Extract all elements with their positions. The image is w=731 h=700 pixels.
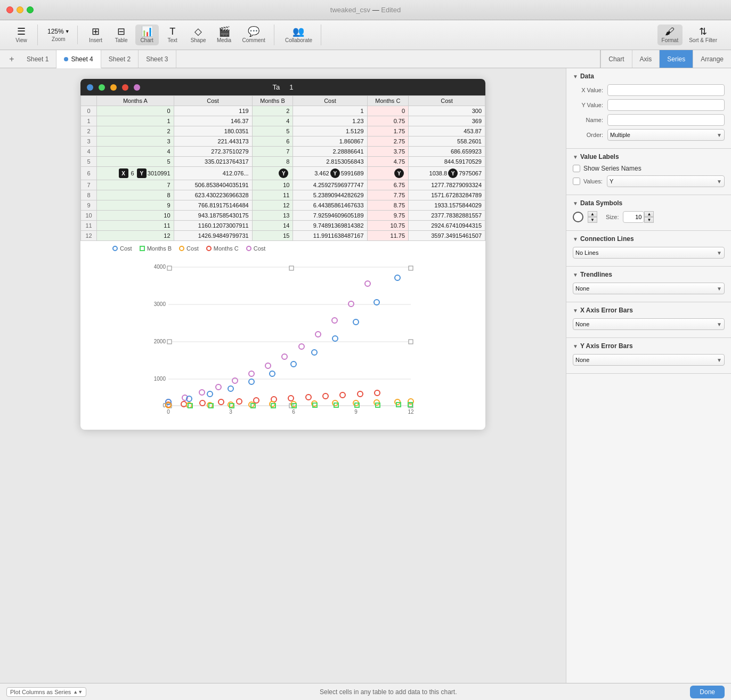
- table-cell[interactable]: 3: [97, 136, 174, 147]
- table-cell[interactable]: 11.9911638487167: [293, 231, 367, 241]
- table-cell[interactable]: 11: [97, 221, 174, 231]
- table-cell[interactable]: 12: [97, 231, 174, 241]
- table-cell[interactable]: 6: [252, 136, 293, 147]
- table-cell[interactable]: 7.92594609605189: [293, 211, 367, 221]
- table-cell[interactable]: 15: [252, 231, 293, 241]
- table-cell[interactable]: 3.462Y5991689: [293, 167, 367, 180]
- table-cell[interactable]: 4: [252, 116, 293, 126]
- table-cell[interactable]: 558.2601: [409, 136, 485, 147]
- table-cell[interactable]: 1: [293, 106, 367, 116]
- table-cell[interactable]: 4.25927596977747: [293, 180, 367, 190]
- table-cell[interactable]: 0: [97, 106, 174, 116]
- trendlines-header[interactable]: ▼ Trendlines: [573, 271, 725, 278]
- table-cell[interactable]: 6.75: [367, 180, 409, 190]
- table-cell[interactable]: 0: [367, 106, 409, 116]
- table-cell[interactable]: 11.75: [367, 231, 409, 241]
- done-button[interactable]: Done: [690, 686, 725, 698]
- shape-down-button[interactable]: ▼: [588, 217, 597, 223]
- show-series-names-checkbox[interactable]: [573, 165, 580, 172]
- tab-sheet2[interactable]: Sheet 2: [101, 50, 139, 68]
- table-cell[interactable]: 1.75: [367, 126, 409, 136]
- tab-sheet1[interactable]: Sheet 1: [19, 50, 56, 68]
- name-input[interactable]: [607, 114, 725, 126]
- y-error-bars-select[interactable]: None ▼: [573, 354, 725, 366]
- table-cell[interactable]: 1933.1575844029: [409, 200, 485, 211]
- shape-up-button[interactable]: ▲: [588, 211, 597, 217]
- table-cell[interactable]: 8: [97, 190, 174, 200]
- table-cell[interactable]: 10: [97, 211, 174, 221]
- view-button[interactable]: ☰ View: [10, 25, 33, 45]
- sort-filter-button[interactable]: ⇅ Sort & Filter: [685, 25, 721, 45]
- plot-columns-select[interactable]: Plot Columns as Series ▲▼: [6, 687, 86, 697]
- values-select[interactable]: Y ▼: [607, 175, 725, 187]
- data-symbols-header[interactable]: ▼ Data Symbols: [573, 199, 725, 207]
- table-cell[interactable]: 2.28886641: [293, 147, 367, 157]
- table-cell[interactable]: 1571.67283284789: [409, 190, 485, 200]
- y-value-input[interactable]: [607, 99, 725, 111]
- table-cell[interactable]: 1: [97, 116, 174, 126]
- add-sheet-button[interactable]: +: [4, 50, 19, 68]
- insert-button[interactable]: ⊞ Insert: [84, 25, 108, 45]
- table-cell[interactable]: 1.23: [293, 116, 367, 126]
- table-cell[interactable]: 369: [409, 116, 485, 126]
- table-cell[interactable]: 12: [252, 200, 293, 211]
- text-button[interactable]: T Text: [161, 25, 184, 45]
- table-cell[interactable]: 2: [97, 126, 174, 136]
- table-cell[interactable]: 1.5129: [293, 126, 367, 136]
- value-labels-header[interactable]: ▼ Value Labels: [573, 153, 725, 160]
- table-cell[interactable]: 1038.8Y7975067: [409, 167, 485, 180]
- table-cell[interactable]: 1426.94849799731: [174, 231, 252, 241]
- collaborate-button[interactable]: 👥 Collaborate: [281, 25, 316, 45]
- table-cell[interactable]: 221.443173: [174, 136, 252, 147]
- table-cell[interactable]: 1277.78279093324: [409, 180, 485, 190]
- close-button[interactable]: [6, 6, 13, 13]
- table-cell[interactable]: 7: [252, 147, 293, 157]
- table-cell[interactable]: 3597.34915461507: [409, 231, 485, 241]
- format-button[interactable]: 🖌 Format: [657, 25, 683, 45]
- table-cell[interactable]: 2: [252, 106, 293, 116]
- table-cell[interactable]: Y: [252, 167, 293, 180]
- table-cell[interactable]: 3.75: [367, 147, 409, 157]
- x-error-bars-header[interactable]: ▼ X Axis Error Bars: [573, 307, 725, 314]
- table-cell[interactable]: 0.75: [367, 116, 409, 126]
- table-cell[interactable]: 1160.12073007911: [174, 221, 252, 231]
- x-value-input[interactable]: [607, 84, 725, 96]
- trendlines-select[interactable]: None ▼: [573, 283, 725, 294]
- canvas[interactable]: Ta 1 Months A Cost Months B Cost Months …: [0, 68, 566, 683]
- size-input[interactable]: [623, 211, 644, 223]
- table-cell[interactable]: 943.187585430175: [174, 211, 252, 221]
- table-cell[interactable]: 5: [97, 157, 174, 167]
- table-cell[interactable]: 14: [252, 221, 293, 231]
- shape-button[interactable]: ◇ Shape: [186, 25, 210, 45]
- table-button[interactable]: ⊟ Table: [110, 25, 133, 45]
- table-cell[interactable]: 272.37510279: [174, 147, 252, 157]
- tab-axis[interactable]: Axis: [632, 50, 660, 68]
- tab-chart[interactable]: Chart: [600, 50, 631, 68]
- x-error-bars-select[interactable]: None ▼: [573, 318, 725, 330]
- table-cell[interactable]: Y: [367, 167, 409, 180]
- tab-series[interactable]: Series: [659, 50, 693, 68]
- table-cell[interactable]: 412.076...: [174, 167, 252, 180]
- table-cell[interactable]: 146.37: [174, 116, 252, 126]
- table-cell[interactable]: 5.23890944282629: [293, 190, 367, 200]
- zoom-control[interactable]: 125% ▼ Zoom: [44, 26, 73, 44]
- table-cell[interactable]: 10: [252, 180, 293, 190]
- table-cell[interactable]: 4.75: [367, 157, 409, 167]
- chart-button[interactable]: 📊 Chart: [135, 25, 159, 45]
- table-cell[interactable]: 4: [97, 147, 174, 157]
- table-cell[interactable]: 7: [97, 180, 174, 190]
- tab-sheet4[interactable]: Sheet 4: [56, 50, 101, 68]
- size-up-button[interactable]: ▲: [644, 211, 654, 217]
- table-cell[interactable]: 686.659923: [409, 147, 485, 157]
- size-down-button[interactable]: ▼: [644, 217, 654, 223]
- table-cell[interactable]: 2924.67410944315: [409, 221, 485, 231]
- maximize-button[interactable]: [27, 6, 34, 13]
- table-cell[interactable]: 335.0213764317: [174, 157, 252, 167]
- data-section-header[interactable]: ▼ Data: [573, 73, 725, 80]
- table-cell[interactable]: 9.74891369814382: [293, 221, 367, 231]
- table-cell[interactable]: 9: [97, 200, 174, 211]
- table-cell[interactable]: 2.75: [367, 136, 409, 147]
- values-checkbox[interactable]: [573, 178, 580, 185]
- table-cell[interactable]: 300: [409, 106, 485, 116]
- table-cell[interactable]: 623.4302236966328: [174, 190, 252, 200]
